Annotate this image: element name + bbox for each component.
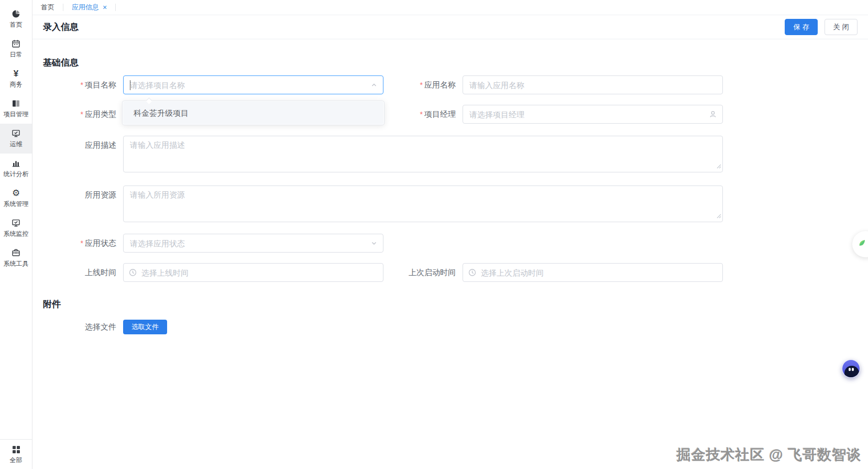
close-icon[interactable]: × <box>103 4 107 11</box>
app-status-input[interactable] <box>124 234 383 252</box>
leaf-icon <box>856 237 868 251</box>
project-manager-input[interactable] <box>463 105 722 123</box>
close-button[interactable]: 关 闭 <box>825 19 858 35</box>
last-start-time-input[interactable] <box>463 264 722 281</box>
resize-grip-icon[interactable] <box>716 211 721 221</box>
project-name-label: *项目名称 <box>38 75 116 94</box>
tab-label: 首页 <box>41 3 54 12</box>
sidebar-item-system-mgmt[interactable]: ⚙ 系统管理 <box>0 183 32 213</box>
app-window: 首页 日常 ¥ 商务 项目管理 运维 统计分 <box>0 0 868 469</box>
dashboard-icon <box>12 9 21 18</box>
sidebar-item-stats[interactable]: 统计分析 <box>0 154 32 183</box>
briefcase-icon <box>12 248 21 257</box>
sidebar-item-label: 首页 <box>10 20 23 29</box>
app-desc-label: 应用描述 <box>38 140 116 150</box>
text-caret <box>130 80 130 90</box>
sidebar-item-system-tools[interactable]: 系统工具 <box>0 243 32 273</box>
app-type-label: *应用类型 <box>38 105 116 124</box>
online-time-label: 上线时间 <box>38 263 116 282</box>
app-name-input[interactable] <box>463 76 722 94</box>
resources-field[interactable] <box>123 186 723 222</box>
sidebar-item-label: 系统管理 <box>4 200 29 209</box>
section-title-basic: 基础信息 <box>43 57 79 69</box>
mascot-eye <box>852 368 854 371</box>
app-name-label: *应用名称 <box>377 75 456 94</box>
project-name-select[interactable] <box>123 75 383 94</box>
sidebar: 首页 日常 ¥ 商务 项目管理 运维 统计分 <box>0 0 32 469</box>
clock-icon <box>129 269 137 277</box>
grid-icon <box>12 445 21 454</box>
project-name-dropdown: 科金荟升级项目 <box>122 101 384 125</box>
required-mark: * <box>81 110 83 118</box>
tab-divider <box>115 4 116 11</box>
app-desc-field[interactable] <box>123 136 723 172</box>
sidebar-item-label: 系统工具 <box>4 259 29 268</box>
section-title-attachment: 附件 <box>43 298 61 310</box>
last-start-time-picker[interactable] <box>463 263 723 282</box>
watermark-text: 掘金技术社区 @ 飞哥数智谈 <box>677 445 861 464</box>
required-mark: * <box>420 110 423 118</box>
calendar-icon <box>12 39 21 48</box>
sidebar-item-operations[interactable]: 运维 <box>0 124 32 154</box>
resize-grip-icon[interactable] <box>716 161 721 171</box>
sidebar-item-label: 商务 <box>10 80 23 89</box>
header-buttons: 保 存 关 闭 <box>785 19 858 35</box>
mascot-eye <box>849 368 851 371</box>
yuan-icon: ¥ <box>12 69 21 78</box>
form-content: 基础信息 *项目名称 *应用名称 *应用类型 *项目经理 <box>32 39 868 469</box>
sidebar-item-label: 项目管理 <box>4 110 29 119</box>
select-file-label: 选择文件 <box>38 320 116 334</box>
resources-label: 所用资源 <box>38 190 116 200</box>
sidebar-item-label: 日常 <box>10 50 23 59</box>
tab-home[interactable]: 首页 <box>32 0 63 15</box>
project-name-input[interactable] <box>124 76 383 94</box>
tab-app-info[interactable]: 应用信息 × <box>63 0 115 15</box>
app-status-select[interactable] <box>123 234 383 253</box>
resources-textarea[interactable] <box>124 186 722 222</box>
chevron-up-icon[interactable] <box>370 81 378 89</box>
assistant-mascot-button[interactable] <box>842 359 860 378</box>
clock-icon <box>468 269 476 277</box>
book-icon <box>12 99 21 108</box>
sidebar-item-system-monitor[interactable]: 系统监控 <box>0 213 32 243</box>
app-name-field[interactable] <box>463 75 723 94</box>
bar-chart-icon <box>12 158 21 168</box>
chevron-down-icon[interactable] <box>370 239 378 247</box>
save-button[interactable]: 保 存 <box>785 19 818 35</box>
sidebar-item-home[interactable]: 首页 <box>0 4 32 34</box>
required-mark: * <box>81 239 83 247</box>
sidebar-item-daily[interactable]: 日常 <box>0 34 32 64</box>
choose-file-button[interactable]: 选取文件 <box>123 320 167 334</box>
app-status-label: *应用状态 <box>38 234 116 253</box>
monitor-check-icon <box>12 218 21 227</box>
dropdown-option[interactable]: 科金荟升级项目 <box>123 102 383 124</box>
page-title: 录入信息 <box>43 21 79 33</box>
sidebar-item-project-mgmt[interactable]: 项目管理 <box>0 94 32 124</box>
user-icon[interactable] <box>709 110 717 118</box>
required-mark: * <box>420 81 423 89</box>
sidebar-item-business[interactable]: ¥ 商务 <box>0 64 32 94</box>
gear-icon: ⚙ <box>12 188 21 198</box>
app-desc-textarea[interactable] <box>124 136 722 172</box>
tab-label: 应用信息 <box>72 3 99 12</box>
required-mark: * <box>81 81 83 89</box>
page-header: 录入信息 保 存 关 闭 <box>32 15 868 39</box>
sidebar-item-label: 运维 <box>10 140 23 149</box>
sidebar-item-label: 全部 <box>10 456 23 465</box>
sidebar-item-label: 统计分析 <box>4 170 29 179</box>
sidebar-item-label: 系统监控 <box>4 230 29 238</box>
project-manager-label: *项目经理 <box>377 105 456 124</box>
online-time-input[interactable] <box>124 264 383 281</box>
project-manager-field[interactable] <box>463 105 723 124</box>
monitor-check-icon <box>12 128 21 138</box>
tab-bar: 首页 应用信息 × <box>32 0 868 15</box>
sidebar-item-all[interactable]: 全部 <box>0 439 32 469</box>
last-start-time-label: 上次启动时间 <box>377 263 456 282</box>
online-time-picker[interactable] <box>123 263 383 282</box>
